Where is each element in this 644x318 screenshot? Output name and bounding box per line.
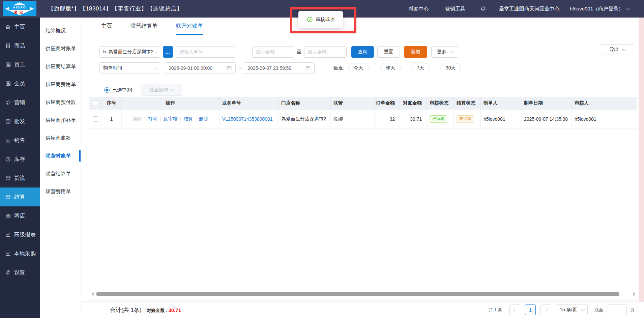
sidebar-item-label: 主页 <box>14 24 25 31</box>
submenu-item-supplier-fee[interactable]: 供应商费用单 <box>40 75 81 93</box>
vertical-scrollbar-strip[interactable] <box>639 18 644 318</box>
date-start-value: 2025-09-01 00:00:00 <box>169 65 212 71</box>
tab-joint-reconciliation[interactable]: 联营对账单 <box>176 18 203 35</box>
grid-table-icon <box>5 118 11 124</box>
filter-row-2: 制单时间 2025-09-01 00:00:00 ~ 2025-09-07 23… <box>99 62 461 74</box>
more-label: 更多 <box>437 49 446 55</box>
dots-label: … <box>166 49 171 55</box>
quick-range-yesterday[interactable]: 昨天 <box>380 63 401 73</box>
submenu-label: 供应商账款 <box>46 135 71 141</box>
store-select[interactable]: 5. 為愛而生分店深圳市2 <box>99 46 160 58</box>
tab-bar: 主页 联营结算单 联营对账单 <box>81 18 644 35</box>
page-size-value: 15 条/页 <box>560 307 577 313</box>
col-order-no: 业务单号 <box>219 97 279 110</box>
col-index: 序号 <box>101 97 122 110</box>
submenu-item-settlement-overview[interactable]: 结算概况 <box>40 22 81 39</box>
sidebar-item-label: 员工 <box>14 61 25 68</box>
next-page-button[interactable] <box>540 305 551 315</box>
sidebar-item-online-shop[interactable]: 网店 <box>0 206 40 225</box>
page-size-select[interactable]: 15 条/页 <box>556 305 588 315</box>
help-center-link[interactable]: 帮助中心 <box>409 6 429 12</box>
unaudit-action[interactable]: 反审核 <box>164 116 178 122</box>
submenu-item-joint-recon[interactable]: 联营对账单 <box>40 147 81 165</box>
order-no-link[interactable]: VL25090714353800001 <box>222 116 273 122</box>
pill-label: 30天 <box>446 65 456 71</box>
page-number-button[interactable]: 1 <box>525 305 536 315</box>
sidebar-item-local-purchase[interactable]: 本地采购 <box>0 244 40 263</box>
sidebar-item-label: 本地采购 <box>14 250 36 257</box>
sidebar-item-wholesale[interactable]: 批发 <box>0 112 40 131</box>
selected-count-label: 已选中(0) <box>112 87 132 93</box>
jump-page-input[interactable] <box>607 305 627 315</box>
submenu-item-supplier-prepay[interactable]: 供应商预付款 <box>40 93 81 111</box>
submenu-label: 供应商对账单 <box>46 46 76 51</box>
export-button[interactable]: 导出 <box>600 44 634 55</box>
batch-operation-button[interactable]: 批量操作 <box>141 84 182 96</box>
more-button[interactable]: 更多 <box>431 46 458 58</box>
sidebar-item-settlement[interactable]: 结算 <box>0 187 40 206</box>
sidebar-item-label: 货流 <box>14 175 25 182</box>
max-amount-input[interactable] <box>304 46 347 58</box>
sidebar-item-sales[interactable]: 销售 <box>0 131 40 150</box>
time-field-select[interactable]: 制单时间 <box>99 62 160 74</box>
quick-range-today[interactable]: 今天 <box>348 63 369 73</box>
sidebar-item-advanced-reports[interactable]: 高级报表 <box>0 225 40 244</box>
submenu-item-supplier-deduction[interactable]: 供应商扣补单 <box>40 111 81 129</box>
quick-range-30days[interactable]: 30天 <box>440 63 461 73</box>
notification-bell-icon[interactable] <box>480 6 486 12</box>
submenu-item-supplier-recon[interactable]: 供应商对账单 <box>40 39 81 57</box>
sidebar-item-staff[interactable]: 员工 <box>0 55 40 74</box>
row-checkbox[interactable] <box>93 116 98 122</box>
selected-radio[interactable] <box>104 87 110 93</box>
print-action[interactable]: 打印 <box>148 116 157 122</box>
store-more-options-button[interactable]: … <box>163 46 173 58</box>
scroll-right-arrow-icon[interactable] <box>633 292 636 296</box>
sidebar-item-member[interactable]: 会员 <box>0 74 40 93</box>
pill-label: 今天 <box>354 65 363 71</box>
account-menu[interactable]: h5love001（商户登录） <box>570 6 629 12</box>
settle-action[interactable]: 结算 <box>183 116 193 122</box>
date-end-input[interactable]: 2025-09-07 23:59:59 <box>244 62 315 74</box>
tab-joint-settlement[interactable]: 联营结算单 <box>130 18 157 35</box>
scrollbar-thumb[interactable] <box>96 292 619 296</box>
submenu-label: 结算概况 <box>46 28 66 33</box>
toast-message: 审核成功 <box>316 17 334 23</box>
quick-range-7days[interactable]: 7天 <box>411 63 430 73</box>
order-no-input[interactable] <box>176 46 235 58</box>
sidebar-item-inventory[interactable]: 库存 <box>0 150 40 169</box>
sidebar-item-settings[interactable]: 设置 <box>0 263 40 282</box>
sidebar-item-goods[interactable]: 商品 <box>0 36 40 55</box>
storefront-icon <box>5 43 11 49</box>
submenu-item-joint-fee[interactable]: 联营费用单 <box>40 182 81 200</box>
add-button[interactable]: 新增 <box>404 46 427 58</box>
aibao-logo[interactable]: AIBAO 爱宝 <box>3 1 36 16</box>
scroll-left-arrow-icon[interactable] <box>91 292 94 296</box>
calendar-icon <box>227 65 232 71</box>
row-index: 1 <box>101 110 122 128</box>
table-header: 序号 操作 业务单号 门店名称 联营 订单金额 对账金额 审核状态 结算状态 制… <box>89 97 637 110</box>
submenu-item-joint-settle[interactable]: 联营结算单 <box>40 165 81 182</box>
date-start-input[interactable]: 2025-09-01 00:00:00 <box>165 62 236 74</box>
tab-label: 主页 <box>101 23 112 29</box>
tab-home[interactable]: 主页 <box>101 18 112 35</box>
row-store: 為愛而生分店深圳市2 <box>279 110 331 128</box>
chevron-down-icon <box>622 47 626 51</box>
min-amount-input[interactable] <box>252 46 294 58</box>
sidebar-item-marketing[interactable]: 营销 <box>0 93 40 112</box>
col-order-amount: 订单金额 <box>375 97 400 110</box>
submenu-item-supplier-account[interactable]: 供应商账款 <box>40 129 81 147</box>
prev-page-button[interactable] <box>509 305 520 315</box>
sidebar-item-home[interactable]: 主页 <box>0 18 40 36</box>
id-card-icon <box>5 62 11 68</box>
sidebar-item-logistics[interactable]: 货流 <box>0 169 40 187</box>
delete-action[interactable]: 删除 <box>199 116 208 122</box>
time-field-value: 制单时间 <box>103 65 122 71</box>
reset-button[interactable]: 重置 <box>377 46 400 58</box>
footer-bar: 合计(共 1条) 对账金额 : 30.71 共 1 条 1 15 条/页 跳至 … <box>81 301 644 318</box>
date-separator: ~ <box>238 65 241 71</box>
search-button[interactable]: 查询 <box>351 46 374 58</box>
marketing-tools-link[interactable]: 营销工具 <box>445 6 465 12</box>
sidebar-item-label: 批发 <box>14 118 25 125</box>
submenu-item-supplier-settle[interactable]: 供应商结算单 <box>40 57 81 75</box>
select-all-checkbox[interactable] <box>93 100 98 106</box>
